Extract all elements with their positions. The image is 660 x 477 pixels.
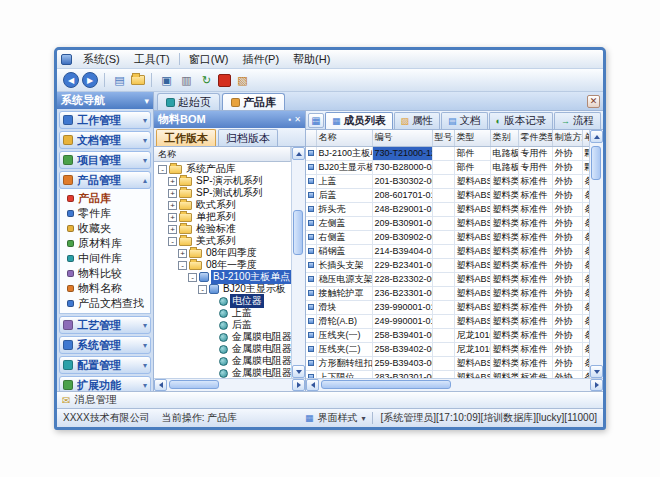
table-cell[interactable]: 标准件 bbox=[518, 300, 552, 314]
table-cell[interactable] bbox=[432, 160, 454, 174]
sidebar-group-header-4[interactable]: 工艺管理▾ bbox=[59, 316, 151, 334]
table-cell[interactable]: 外协 bbox=[552, 188, 582, 202]
table-cell[interactable]: 730-T21000-12X bbox=[372, 146, 432, 160]
tree-item[interactable]: 电位器 bbox=[154, 295, 291, 307]
table-cell[interactable]: 电路板 bbox=[490, 160, 518, 174]
table-cell[interactable] bbox=[432, 286, 454, 300]
table-cell[interactable]: 滑轮(A.B) bbox=[316, 314, 372, 328]
table-cell[interactable]: 条 bbox=[582, 202, 589, 216]
table-cell[interactable]: 外协 bbox=[552, 244, 582, 258]
log-icon[interactable]: ▧ bbox=[234, 72, 251, 89]
table-cell[interactable]: BJ-2100主板单点 bbox=[316, 146, 372, 160]
table-cell[interactable]: 部件 bbox=[454, 160, 490, 174]
sidebar-item-1[interactable]: 零件库 bbox=[60, 206, 150, 221]
table-cell[interactable]: 条 bbox=[582, 356, 589, 370]
table-cell[interactable]: 248-B29001-01X bbox=[372, 202, 432, 216]
table-row[interactable]: 稳压电源支架228-B23302-00X塑料ABS塑料类标准件外协条 bbox=[306, 272, 589, 286]
table-cell[interactable]: 专用件 bbox=[518, 160, 552, 174]
table-cell[interactable]: 730-B28000-04X bbox=[372, 160, 432, 174]
table-cell[interactable]: 塑料ABS bbox=[454, 230, 490, 244]
table-cell[interactable]: 外协 bbox=[552, 356, 582, 370]
table-cell[interactable]: 外协 bbox=[552, 174, 582, 188]
table-row[interactable]: 长插头支架229-B23401-00X塑料ABS塑料类标准件外协条 bbox=[306, 258, 589, 272]
table-cell[interactable]: 条 bbox=[582, 188, 589, 202]
table-cell[interactable]: 尼龙1010 bbox=[454, 328, 490, 342]
table-cell[interactable]: 塑料ABS bbox=[454, 300, 490, 314]
table-cell[interactable]: 条 bbox=[582, 370, 589, 378]
table-cell[interactable]: 外协 bbox=[552, 286, 582, 300]
scroll-thumb[interactable] bbox=[293, 210, 303, 255]
table-cell[interactable]: 条 bbox=[582, 272, 589, 286]
table-cell[interactable]: 208-601701-01X bbox=[372, 188, 432, 202]
table-row[interactable]: BJ20主显示板730-B28000-04X部件电路板专用件外协颗 bbox=[306, 160, 589, 174]
chevron-down-icon[interactable]: ▾ bbox=[143, 116, 147, 125]
table-row[interactable]: 硝钢盖214-B39404-01X塑料ABS塑料类标准件外协条 bbox=[306, 244, 589, 258]
table-cell[interactable] bbox=[432, 314, 454, 328]
table-cell[interactable]: 塑料类 bbox=[490, 230, 518, 244]
table-cell[interactable]: 标准件 bbox=[518, 244, 552, 258]
table-cell[interactable]: 塑料ABS bbox=[454, 356, 490, 370]
table-cell[interactable]: 外协 bbox=[552, 328, 582, 342]
table-cell[interactable]: 压线夹(一) bbox=[316, 328, 372, 342]
sidebar-group-header-6[interactable]: 配置管理▾ bbox=[59, 356, 151, 374]
table-cell[interactable]: 201-B30302-00X bbox=[372, 174, 432, 188]
table-cell[interactable]: 塑料类 bbox=[490, 174, 518, 188]
table-row[interactable]: 方形翻转纽扣259-B39403-00X塑料ABS塑料类标准件外协条 bbox=[306, 356, 589, 370]
chevron-down-icon[interactable]: ▾ bbox=[143, 321, 147, 330]
scroll-down-button[interactable] bbox=[292, 365, 305, 378]
table-cell[interactable]: 259-B39403-00X bbox=[372, 356, 432, 370]
table-cell[interactable]: 稳压电源支架 bbox=[316, 272, 372, 286]
table-row[interactable]: 右侧盖209-B30902-00X塑料ABS塑料类标准件外协条 bbox=[306, 230, 589, 244]
table-cell[interactable]: 专用件 bbox=[518, 146, 552, 160]
table-cell[interactable]: 标准件 bbox=[518, 370, 552, 378]
table-row[interactable]: 压线夹(一)258-B39401-00X尼龙1010塑料类标准件外协条 bbox=[306, 328, 589, 342]
scroll-up-button[interactable] bbox=[292, 147, 305, 160]
table-cell[interactable]: 外协 bbox=[552, 342, 582, 356]
member-tab-0[interactable]: ▦成员列表 bbox=[325, 112, 393, 129]
table-cell[interactable]: 外协 bbox=[552, 272, 582, 286]
scroll-right-button[interactable] bbox=[590, 379, 603, 391]
collapse-icon[interactable]: - bbox=[188, 273, 197, 282]
table-cell[interactable]: 塑料ABS bbox=[454, 286, 490, 300]
expand-icon[interactable]: + bbox=[168, 177, 177, 186]
table-cell[interactable]: 标准件 bbox=[518, 328, 552, 342]
scroll-down-button[interactable] bbox=[590, 365, 603, 378]
table-cell[interactable]: 滑块 bbox=[316, 300, 372, 314]
table-cell[interactable] bbox=[432, 258, 454, 272]
table-row[interactable]: BJ-2100主板单点730-T21000-12X部件电路板专用件外协颗 bbox=[306, 146, 589, 160]
column-header-5[interactable]: 零件类型 bbox=[518, 130, 552, 146]
table-cell[interactable]: 塑料类 bbox=[490, 202, 518, 216]
menu-item-4[interactable]: 帮助(H) bbox=[286, 51, 337, 68]
table-cell[interactable]: 条 bbox=[582, 230, 589, 244]
sidebar-group-header-7[interactable]: 扩展功能▾ bbox=[59, 376, 151, 391]
table-cell[interactable]: 标准件 bbox=[518, 216, 552, 230]
table-cell[interactable]: 塑料类 bbox=[490, 286, 518, 300]
table-cell[interactable]: 外协 bbox=[552, 314, 582, 328]
expand-icon[interactable]: + bbox=[168, 201, 177, 210]
table-cell[interactable]: 部件 bbox=[454, 146, 490, 160]
table-cell[interactable]: 209-B30902-00X bbox=[372, 230, 432, 244]
expand-icon[interactable]: + bbox=[178, 249, 187, 258]
scroll-left-button[interactable] bbox=[306, 379, 319, 391]
table-cell[interactable]: 颗 bbox=[582, 146, 589, 160]
nav-forward-icon[interactable]: ▶ bbox=[82, 72, 98, 88]
bom-tab-1[interactable]: 归档版本 bbox=[218, 129, 278, 146]
table-cell[interactable]: 塑料类 bbox=[490, 356, 518, 370]
sidebar-item-0[interactable]: 产品库 bbox=[60, 191, 150, 206]
table-cell[interactable]: 外协 bbox=[552, 300, 582, 314]
table-scrollbar-vertical[interactable] bbox=[589, 130, 603, 378]
table-cell[interactable]: 258-B39401-00X bbox=[372, 328, 432, 342]
table-row[interactable]: 滑轮(A.B)249-990001-01X塑料ABS塑料类标准件外协条 bbox=[306, 314, 589, 328]
table-cell[interactable] bbox=[432, 146, 454, 160]
table-cell[interactable]: 上盖 bbox=[316, 174, 372, 188]
stop-icon[interactable] bbox=[218, 74, 231, 87]
table-cell[interactable]: 长插头支架 bbox=[316, 258, 372, 272]
table-cell[interactable]: 塑料ABS bbox=[454, 216, 490, 230]
table-cell[interactable]: 标准件 bbox=[518, 356, 552, 370]
table-cell[interactable]: 标准件 bbox=[518, 272, 552, 286]
chevron-down-icon[interactable]: ▾ bbox=[143, 136, 147, 145]
tree-item[interactable]: -BJ20主显示板 bbox=[154, 283, 291, 295]
style-dropdown-arrow[interactable]: ▾ bbox=[361, 414, 365, 423]
table-cell[interactable]: 214-B39404-01X bbox=[372, 244, 432, 258]
table-cell[interactable]: 塑料ABS bbox=[454, 188, 490, 202]
